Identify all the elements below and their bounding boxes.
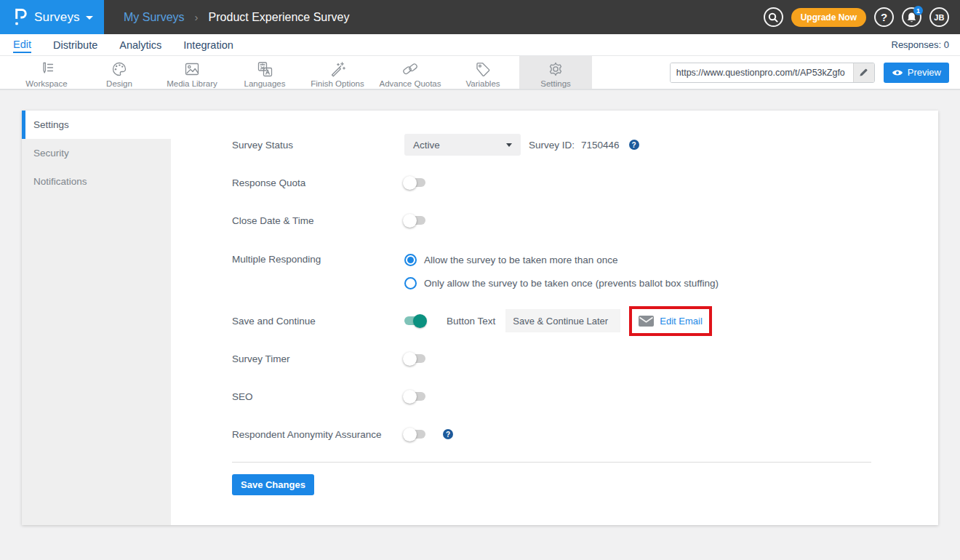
survey-timer-toggle[interactable]	[404, 354, 425, 363]
survey-status-label: Survey Status	[232, 140, 404, 151]
sidebar-item-settings[interactable]: Settings	[22, 111, 171, 139]
breadcrumb-separator: ›	[195, 11, 199, 23]
search-button[interactable]	[764, 7, 783, 27]
chevron-down-icon	[506, 143, 512, 147]
top-bar: Surveys My Surveys › Product Experience …	[0, 0, 960, 34]
settings-icon	[546, 60, 565, 79]
settings-card: Settings Security Notifications Survey S…	[22, 111, 938, 525]
toolbar-item-media-library[interactable]: Media Library	[156, 56, 228, 89]
survey-url-input[interactable]	[671, 63, 853, 82]
multiple-responding-row: Multiple Responding Allow the survey to …	[232, 239, 938, 302]
save-and-continue-toggle[interactable]	[404, 316, 425, 325]
chevron-down-icon	[86, 16, 93, 20]
design-icon	[110, 60, 129, 79]
close-date-toggle[interactable]	[404, 216, 425, 225]
survey-status-value: Active	[413, 140, 440, 151]
preview-button[interactable]: Preview	[884, 63, 949, 83]
radio-option-once: Only allow the survey to be taken once (…	[404, 271, 719, 295]
envelope-icon	[639, 316, 654, 327]
respondent-anonymity-toggle[interactable]	[404, 430, 425, 439]
tab-distribute[interactable]: Distribute	[53, 37, 97, 52]
toolbar-item-variables[interactable]: Variables	[447, 56, 519, 89]
highlight-annotation-box: Edit Email	[629, 306, 712, 336]
finish-options-icon	[328, 60, 347, 79]
seo-row: SEO	[232, 377, 938, 415]
survey-id-value: 7150446	[581, 140, 620, 151]
tab-analytics[interactable]: Analytics	[119, 37, 161, 52]
anonymity-help-icon[interactable]: ?	[443, 429, 453, 439]
save-and-continue-label: Save and Continue	[232, 316, 404, 327]
media-library-icon	[183, 60, 201, 79]
languages-icon	[255, 60, 274, 79]
edit-url-button[interactable]	[853, 63, 874, 82]
survey-id-help-icon[interactable]: ?	[629, 140, 639, 150]
app-logo[interactable]: Surveys	[0, 0, 104, 34]
toolbar-item-label: Design	[106, 79, 132, 88]
variables-icon	[473, 60, 492, 79]
survey-url-box	[670, 63, 875, 83]
radio-label: Allow the survey to be taken more than o…	[424, 255, 617, 265]
settings-content: Survey Status Active Survey ID: 7150446 …	[171, 111, 938, 525]
edit-toolbar: Workspace Design Media Library Languages	[0, 56, 960, 90]
close-date-label: Close Date & Time	[232, 215, 404, 226]
survey-status-row: Survey Status Active Survey ID: 7150446 …	[232, 126, 938, 164]
save-changes-button[interactable]: Save Changes	[232, 474, 314, 495]
sidebar-item-notifications[interactable]: Notifications	[22, 167, 171, 196]
response-quota-row: Response Quota	[232, 164, 938, 201]
workspace-icon	[37, 60, 56, 79]
sidebar-item-security[interactable]: Security	[22, 139, 171, 167]
upgrade-now-button[interactable]: Upgrade Now	[791, 8, 866, 27]
notifications-button[interactable]: 1	[902, 7, 921, 27]
toolbar-item-workspace[interactable]: Workspace	[10, 56, 83, 89]
topbar-actions: Upgrade Now ? 1 JB	[764, 0, 960, 34]
toolbar-item-label: Advance Quotas	[379, 79, 441, 88]
preview-label: Preview	[908, 67, 941, 78]
multiple-responding-label: Multiple Responding	[232, 254, 404, 265]
response-quota-label: Response Quota	[232, 177, 404, 188]
main-nav: Edit Distribute Analytics Integration Re…	[0, 34, 960, 56]
tab-edit[interactable]: Edit	[13, 36, 31, 53]
edit-email-button[interactable]: Edit Email	[639, 316, 703, 327]
edit-email-label: Edit Email	[660, 316, 703, 327]
save-and-continue-row: Save and Continue Button Text Edit Email	[232, 302, 938, 340]
close-date-row: Close Date & Time	[232, 201, 938, 239]
breadcrumb-my-surveys[interactable]: My Surveys	[124, 11, 185, 24]
radio-option-multiple: Allow the survey to be taken more than o…	[404, 248, 719, 271]
toolbar-item-settings[interactable]: Settings	[519, 56, 592, 89]
search-icon	[768, 12, 778, 23]
breadcrumb-survey-title: Product Experience Survey	[209, 11, 350, 24]
questionpro-logo-icon	[13, 7, 28, 27]
button-text-label: Button Text	[447, 316, 495, 327]
respondent-anonymity-label: Respondent Anonymity Assurance	[232, 429, 404, 440]
toolbar-right: Preview	[670, 56, 960, 89]
survey-timer-row: Survey Timer	[232, 340, 938, 377]
responses-count: Responses: 0	[892, 39, 950, 50]
radio-multiple-times[interactable]	[404, 254, 417, 266]
notification-badge: 1	[913, 6, 923, 15]
seo-toggle[interactable]	[404, 392, 425, 401]
toolbar-item-label: Media Library	[167, 79, 217, 88]
survey-id-label: Survey ID:	[529, 140, 575, 151]
pencil-icon	[859, 68, 868, 77]
toolbar-item-label: Variables	[465, 79, 500, 88]
toolbar-item-label: Workspace	[25, 79, 67, 88]
help-button[interactable]: ?	[874, 7, 894, 27]
radio-once-only[interactable]	[404, 277, 417, 289]
respondent-anonymity-row: Respondent Anonymity Assurance ?	[232, 415, 938, 453]
button-text-input[interactable]	[505, 309, 620, 332]
toolbar-item-label: Finish Options	[311, 79, 364, 88]
toolbar-item-label: Languages	[244, 79, 286, 88]
toolbar-item-languages[interactable]: Languages	[228, 56, 301, 89]
survey-status-select[interactable]: Active	[404, 134, 521, 156]
toolbar-item-finish-options[interactable]: Finish Options	[301, 56, 374, 89]
seo-label: SEO	[232, 391, 404, 402]
toolbar-item-design[interactable]: Design	[83, 56, 156, 89]
user-avatar[interactable]: JB	[929, 7, 949, 27]
survey-timer-label: Survey Timer	[232, 353, 404, 364]
eye-icon	[892, 68, 903, 77]
advance-quotas-icon	[401, 60, 420, 79]
response-quota-toggle[interactable]	[404, 178, 425, 187]
tab-integration[interactable]: Integration	[183, 37, 233, 52]
toolbar-item-advance-quotas[interactable]: Advance Quotas	[374, 56, 447, 89]
logo-label: Surveys	[34, 10, 80, 25]
